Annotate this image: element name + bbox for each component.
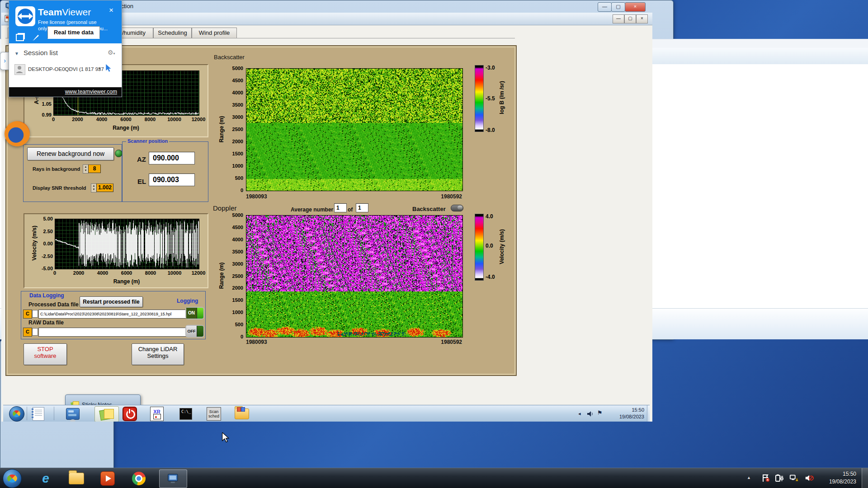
session-list-area: ▼ Session list ⚙▾ DESKTOP-OE0QDVI (1 817… (9, 43, 122, 87)
teamviewer-collapse-tab[interactable]: › (0, 52, 9, 70)
doppler-y-axis-label: Range (m) (218, 263, 225, 289)
doppler-ytick: 3500 (232, 249, 243, 254)
average-number-field[interactable]: 1 (334, 203, 347, 212)
volume-icon[interactable] (587, 411, 594, 417)
backscatter-toggle-label: Backscatter (412, 206, 446, 212)
restore-button[interactable]: ▢ (624, 14, 636, 23)
notepad-icon[interactable] (28, 406, 48, 421)
sticky-notes-taskbar-icon[interactable] (94, 406, 119, 422)
ascope-xtick: 4000 (96, 117, 107, 122)
ascope-xtick: 6000 (120, 117, 131, 122)
minimize-button[interactable]: — (613, 14, 624, 23)
backscatter-ytick: 1000 (232, 163, 243, 169)
show-desktop-button[interactable] (862, 468, 868, 488)
close-button[interactable]: × (625, 2, 646, 12)
logging-off-toggle[interactable]: OFF (185, 325, 204, 338)
backscatter-ytick: 500 (235, 175, 243, 181)
teamviewer-logo (15, 6, 35, 26)
browse-file-icon[interactable] (32, 328, 38, 336)
teamviewer-footer: www.teamviewer.com (9, 87, 122, 97)
raw-path-field[interactable] (38, 328, 186, 337)
ascope-x-label: Range (m) (53, 125, 198, 131)
renew-background-button[interactable]: Renew background now (27, 147, 114, 160)
drive-letter-box[interactable]: C (23, 310, 32, 319)
doppler-ytick: 1500 (232, 297, 243, 303)
session-entry[interactable]: DESKTOP-OE0QDVI (1 817 937 (28, 66, 104, 72)
doppler-ytick: 4000 (232, 237, 243, 242)
start-orb-remote[interactable] (7, 406, 27, 421)
stop-software-button[interactable]: STOPsoftware (24, 343, 67, 365)
snr-threshold-label: Display SNR threshold (33, 185, 86, 191)
drive-letter-box[interactable]: C (23, 328, 32, 337)
action-center-flag-icon[interactable]: ⚑ (597, 409, 603, 416)
close-button[interactable]: × (636, 14, 648, 23)
command-prompt-icon[interactable]: C:\_ (176, 406, 196, 421)
processed-path-field[interactable]: C:\Lidar\Data\Proc\2023\202308\20230819\… (38, 310, 186, 319)
gear-icon[interactable]: ⚙▾ (108, 49, 115, 56)
battery-icon[interactable] (775, 474, 784, 482)
session-list-caret-icon[interactable]: ▼ (14, 51, 19, 56)
tab-real-time-data[interactable]: Real time data (47, 26, 100, 39)
change-lidar-settings-button[interactable]: Change LiDARSettings (132, 343, 184, 365)
backscatter-ytick: 2000 (232, 139, 243, 144)
raw-file-label: RAW Data file (28, 319, 64, 326)
background-led (115, 150, 123, 157)
teamviewer-link[interactable]: www.teamviewer.com (65, 89, 117, 95)
restart-processed-button[interactable]: Restart processed file (80, 296, 143, 307)
internet-explorer-icon[interactable]: e (38, 471, 53, 486)
scan-scheduler-icon[interactable]: Scan sched (204, 406, 224, 421)
media-player-icon[interactable] (100, 471, 115, 486)
action-center-flag-icon[interactable] (761, 474, 770, 482)
doppler-ytick: 4500 (232, 225, 243, 230)
colorbar-tick: -3.0 (486, 65, 495, 71)
azimuth-indicator: 090.000 (149, 152, 195, 164)
velocity-xtick: 0 (53, 270, 56, 276)
show-desktop-button-remote[interactable] (647, 405, 650, 422)
tray-expand-arrow[interactable]: ▲ (747, 475, 751, 480)
start-orb[interactable] (3, 469, 21, 488)
doppler-ytick: 5000 (232, 212, 243, 218)
ascope-xtick: 0 (52, 117, 55, 122)
taskbar-separator (27, 407, 27, 420)
volume-muted-icon[interactable] (805, 474, 814, 482)
maximize-button[interactable]: ▢ (611, 2, 625, 12)
average-count-field[interactable]: 1 (356, 203, 368, 212)
doppler-colorbar-label: Velocity (m/s) (499, 229, 505, 264)
rdp-taskbar-button[interactable] (159, 469, 187, 488)
tab-scheduling[interactable]: Scheduling (153, 28, 192, 38)
network-status-icon[interactable]: ! (789, 474, 798, 482)
velocity-yticks: 5.002.500.00-2.50-5.00 (34, 219, 54, 268)
az-label: AZ (137, 155, 146, 163)
xr-app-icon[interactable]: XR (147, 406, 167, 421)
host-clock[interactable]: 15:50 19/08/2023 (819, 470, 856, 486)
tab-wind-profile[interactable]: Wind profile (192, 28, 237, 38)
doppler-section-title: Doppler (213, 204, 237, 212)
chrome-icon[interactable] (131, 471, 146, 486)
remote-control-cursor-icon[interactable] (106, 64, 113, 72)
brush-icon[interactable] (32, 33, 40, 41)
browse-file-icon[interactable] (32, 310, 38, 318)
logging-on-toggle[interactable]: ON (185, 307, 204, 319)
explorer-folder-icon[interactable] (69, 471, 84, 486)
elevation-indicator: 090.003 (149, 174, 195, 186)
snr-value-field[interactable]: 1.002 (96, 183, 113, 192)
red-power-icon[interactable] (120, 406, 140, 421)
file-manager-icon[interactable] (232, 406, 252, 421)
ascope-xticks: 020004000600080001000012000 (53, 117, 198, 122)
tray-expand-icon[interactable]: ◂ (578, 411, 581, 417)
rays-value-field[interactable]: 8 (88, 164, 101, 173)
velocity-xtick: 8000 (145, 270, 156, 276)
minimize-button[interactable]: — (598, 2, 612, 12)
chevron-down-icon[interactable]: ▼ (98, 67, 101, 71)
sessions-icon[interactable] (16, 34, 24, 41)
close-icon[interactable]: × (109, 6, 113, 15)
ascope-ytick: 1.05 (42, 101, 52, 107)
backscatter-yticks: 5000450040003500300025002000150010005000 (226, 68, 244, 190)
backscatter-display-toggle[interactable] (451, 205, 463, 211)
display-settings-icon[interactable] (63, 406, 83, 421)
backscatter-ytick: 3500 (232, 102, 243, 108)
remote-clock[interactable]: 15:50 19/08/2023 (608, 407, 644, 420)
firefox-icon[interactable] (5, 121, 30, 146)
doppler-colorbar (475, 214, 484, 281)
backscatter-colorbar-label: log B (/m /sr) (499, 81, 505, 114)
